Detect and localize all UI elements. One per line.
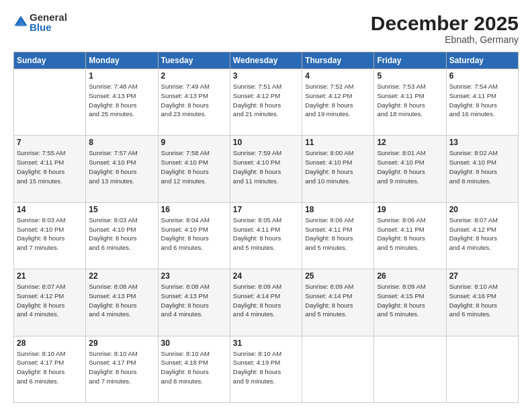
day-number: 20 xyxy=(449,205,515,214)
calendar-cell xyxy=(374,336,446,402)
day-number: 30 xyxy=(161,338,227,348)
calendar-body: 1Sunrise: 7:48 AM Sunset: 4:13 PM Daylig… xyxy=(14,69,519,403)
day-info: Sunrise: 7:52 AM Sunset: 4:12 PM Dayligh… xyxy=(305,82,371,119)
day-info: Sunrise: 8:03 AM Sunset: 4:10 PM Dayligh… xyxy=(17,216,83,253)
calendar-cell: 22Sunrise: 8:08 AM Sunset: 4:13 PM Dayli… xyxy=(86,269,158,336)
day-number: 18 xyxy=(305,205,371,214)
calendar-cell: 13Sunrise: 8:02 AM Sunset: 4:10 PM Dayli… xyxy=(446,136,518,202)
calendar: SundayMondayTuesdayWednesdayThursdayFrid… xyxy=(13,52,519,403)
calendar-cell: 17Sunrise: 8:05 AM Sunset: 4:11 PM Dayli… xyxy=(230,202,302,269)
weekday-header-saturday: Saturday xyxy=(446,52,518,69)
calendar-cell: 23Sunrise: 8:08 AM Sunset: 4:13 PM Dayli… xyxy=(158,269,230,336)
day-info: Sunrise: 8:10 AM Sunset: 4:18 PM Dayligh… xyxy=(161,349,227,386)
day-number: 24 xyxy=(233,271,299,281)
weekday-header-friday: Friday xyxy=(374,52,446,69)
calendar-cell: 4Sunrise: 7:52 AM Sunset: 4:12 PM Daylig… xyxy=(302,69,374,136)
day-info: Sunrise: 8:00 AM Sunset: 4:10 PM Dayligh… xyxy=(305,148,371,185)
day-info: Sunrise: 7:57 AM Sunset: 4:10 PM Dayligh… xyxy=(89,148,154,185)
day-info: Sunrise: 8:04 AM Sunset: 4:10 PM Dayligh… xyxy=(161,216,227,253)
calendar-cell: 30Sunrise: 8:10 AM Sunset: 4:18 PM Dayli… xyxy=(158,336,230,402)
calendar-week-5: 28Sunrise: 8:10 AM Sunset: 4:17 PM Dayli… xyxy=(14,336,519,402)
day-number: 14 xyxy=(17,205,83,214)
day-info: Sunrise: 8:06 AM Sunset: 4:11 PM Dayligh… xyxy=(377,216,443,253)
day-number: 26 xyxy=(377,271,443,281)
calendar-cell: 5Sunrise: 7:53 AM Sunset: 4:11 PM Daylig… xyxy=(374,69,446,136)
calendar-week-4: 21Sunrise: 8:07 AM Sunset: 4:12 PM Dayli… xyxy=(14,269,519,336)
day-info: Sunrise: 8:08 AM Sunset: 4:13 PM Dayligh… xyxy=(89,282,154,319)
month-title: December 2025 xyxy=(371,12,519,34)
calendar-cell xyxy=(302,336,374,402)
calendar-cell: 31Sunrise: 8:10 AM Sunset: 4:19 PM Dayli… xyxy=(230,336,302,402)
day-info: Sunrise: 7:51 AM Sunset: 4:12 PM Dayligh… xyxy=(233,82,299,119)
calendar-cell: 29Sunrise: 8:10 AM Sunset: 4:17 PM Dayli… xyxy=(86,336,158,402)
calendar-cell: 26Sunrise: 8:09 AM Sunset: 4:15 PM Dayli… xyxy=(374,269,446,336)
day-info: Sunrise: 8:10 AM Sunset: 4:17 PM Dayligh… xyxy=(89,349,154,386)
day-info: Sunrise: 8:07 AM Sunset: 4:12 PM Dayligh… xyxy=(449,216,515,253)
day-number: 19 xyxy=(377,205,443,214)
calendar-cell: 11Sunrise: 8:00 AM Sunset: 4:10 PM Dayli… xyxy=(302,136,374,202)
calendar-cell: 9Sunrise: 7:58 AM Sunset: 4:10 PM Daylig… xyxy=(158,136,230,202)
calendar-week-1: 1Sunrise: 7:48 AM Sunset: 4:13 PM Daylig… xyxy=(14,69,519,136)
day-info: Sunrise: 8:02 AM Sunset: 4:10 PM Dayligh… xyxy=(449,148,515,185)
weekday-header-monday: Monday xyxy=(86,52,158,69)
day-info: Sunrise: 7:55 AM Sunset: 4:11 PM Dayligh… xyxy=(17,148,83,185)
day-number: 7 xyxy=(17,138,83,147)
day-info: Sunrise: 8:09 AM Sunset: 4:14 PM Dayligh… xyxy=(233,282,299,319)
day-number: 13 xyxy=(449,138,515,147)
day-info: Sunrise: 8:05 AM Sunset: 4:11 PM Dayligh… xyxy=(233,216,299,253)
day-number: 23 xyxy=(161,271,227,281)
calendar-cell: 15Sunrise: 8:03 AM Sunset: 4:10 PM Dayli… xyxy=(86,202,158,269)
day-number: 27 xyxy=(449,271,515,281)
day-number: 21 xyxy=(17,271,83,281)
calendar-cell: 2Sunrise: 7:49 AM Sunset: 4:13 PM Daylig… xyxy=(158,69,230,136)
calendar-cell: 1Sunrise: 7:48 AM Sunset: 4:13 PM Daylig… xyxy=(86,69,158,136)
day-number: 2 xyxy=(161,71,227,81)
calendar-week-2: 7Sunrise: 7:55 AM Sunset: 4:11 PM Daylig… xyxy=(14,136,519,202)
day-number: 11 xyxy=(305,138,371,147)
day-info: Sunrise: 7:49 AM Sunset: 4:13 PM Dayligh… xyxy=(161,82,227,119)
day-info: Sunrise: 8:01 AM Sunset: 4:10 PM Dayligh… xyxy=(377,148,443,185)
day-number: 1 xyxy=(89,71,154,81)
calendar-cell xyxy=(14,69,86,136)
day-info: Sunrise: 7:53 AM Sunset: 4:11 PM Dayligh… xyxy=(377,82,443,119)
day-info: Sunrise: 7:58 AM Sunset: 4:10 PM Dayligh… xyxy=(161,148,227,185)
calendar-cell: 3Sunrise: 7:51 AM Sunset: 4:12 PM Daylig… xyxy=(230,69,302,136)
calendar-cell: 21Sunrise: 8:07 AM Sunset: 4:12 PM Dayli… xyxy=(14,269,86,336)
day-number: 3 xyxy=(233,71,299,81)
calendar-cell: 12Sunrise: 8:01 AM Sunset: 4:10 PM Dayli… xyxy=(374,136,446,202)
day-info: Sunrise: 8:09 AM Sunset: 4:14 PM Dayligh… xyxy=(305,282,371,319)
day-info: Sunrise: 8:10 AM Sunset: 4:17 PM Dayligh… xyxy=(17,349,83,386)
day-info: Sunrise: 8:09 AM Sunset: 4:15 PM Dayligh… xyxy=(377,282,443,319)
calendar-week-3: 14Sunrise: 8:03 AM Sunset: 4:10 PM Dayli… xyxy=(14,202,519,269)
calendar-cell: 18Sunrise: 8:06 AM Sunset: 4:11 PM Dayli… xyxy=(302,202,374,269)
logo: General Blue xyxy=(13,12,67,32)
calendar-cell: 14Sunrise: 8:03 AM Sunset: 4:10 PM Dayli… xyxy=(14,202,86,269)
day-number: 17 xyxy=(233,205,299,214)
calendar-cell: 28Sunrise: 8:10 AM Sunset: 4:17 PM Dayli… xyxy=(14,336,86,402)
calendar-cell: 6Sunrise: 7:54 AM Sunset: 4:11 PM Daylig… xyxy=(446,69,518,136)
day-number: 22 xyxy=(89,271,154,281)
calendar-cell: 8Sunrise: 7:57 AM Sunset: 4:10 PM Daylig… xyxy=(86,136,158,202)
day-info: Sunrise: 8:06 AM Sunset: 4:11 PM Dayligh… xyxy=(305,216,371,253)
day-number: 15 xyxy=(89,205,154,214)
calendar-cell: 25Sunrise: 8:09 AM Sunset: 4:14 PM Dayli… xyxy=(302,269,374,336)
header: General Blue December 2025 Ebnath, Germa… xyxy=(13,12,519,45)
day-number: 6 xyxy=(449,71,515,81)
calendar-cell xyxy=(446,336,518,402)
day-info: Sunrise: 7:59 AM Sunset: 4:10 PM Dayligh… xyxy=(233,148,299,185)
day-info: Sunrise: 8:10 AM Sunset: 4:16 PM Dayligh… xyxy=(449,282,515,319)
day-info: Sunrise: 7:54 AM Sunset: 4:11 PM Dayligh… xyxy=(449,82,515,119)
logo-general-text: General xyxy=(30,12,67,22)
logo-blue-text: Blue xyxy=(30,22,67,32)
day-number: 9 xyxy=(161,138,227,147)
location: Ebnath, Germany xyxy=(371,34,519,45)
day-number: 4 xyxy=(305,71,371,81)
day-number: 5 xyxy=(377,71,443,81)
calendar-cell: 19Sunrise: 8:06 AM Sunset: 4:11 PM Dayli… xyxy=(374,202,446,269)
day-info: Sunrise: 8:10 AM Sunset: 4:19 PM Dayligh… xyxy=(233,349,299,386)
day-number: 29 xyxy=(89,338,154,348)
calendar-cell: 24Sunrise: 8:09 AM Sunset: 4:14 PM Dayli… xyxy=(230,269,302,336)
logo-icon xyxy=(13,15,28,30)
day-number: 25 xyxy=(305,271,371,281)
day-number: 12 xyxy=(377,138,443,147)
